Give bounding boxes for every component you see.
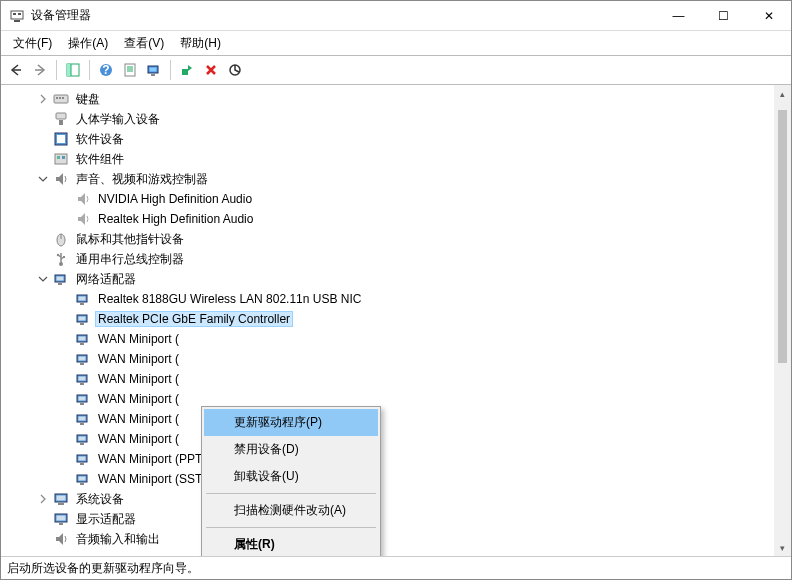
svg-rect-16 [182, 69, 188, 75]
tree-row[interactable]: NVIDIA High Definition Audio [1, 189, 791, 209]
exp-spacer [57, 471, 73, 487]
svg-rect-34 [63, 256, 65, 258]
context-menu-item[interactable]: 更新驱动程序(P) [204, 409, 378, 436]
tree-row[interactable]: 声音、视频和游戏控制器 [1, 169, 791, 189]
maximize-button[interactable]: ☐ [701, 1, 746, 30]
tree-row[interactable]: 键盘 [1, 89, 791, 109]
tree-row[interactable]: 网络适配器 [1, 269, 791, 289]
expand-icon[interactable] [35, 491, 51, 507]
forward-button[interactable] [29, 59, 51, 81]
scroll-thumb[interactable] [778, 110, 787, 363]
tree-row[interactable]: Realtek High Definition Audio [1, 209, 791, 229]
device-tree: 键盘人体学输入设备软件设备软件组件声音、视频和游戏控制器NVIDIA High … [1, 85, 791, 553]
tree-row[interactable]: Realtek PCIe GbE Family Controller [1, 309, 791, 329]
speaker-icon [75, 191, 91, 207]
svg-rect-49 [80, 363, 84, 365]
tree-row[interactable]: 显示适配器 [1, 509, 791, 529]
tree-item-label: WAN Miniport (SSTP) [95, 471, 217, 487]
nic-icon [75, 451, 91, 467]
tree-row[interactable]: 鼠标和其他指针设备 [1, 229, 791, 249]
tree-row[interactable]: WAN Miniport ( [1, 329, 791, 349]
svg-rect-21 [62, 97, 64, 99]
mouse-icon [53, 231, 69, 247]
expand-icon[interactable] [35, 91, 51, 107]
tree-row[interactable]: WAN Miniport ( [1, 369, 791, 389]
tree-row[interactable]: 人体学输入设备 [1, 109, 791, 129]
context-menu-item[interactable]: 禁用设备(D) [204, 436, 378, 463]
exp-spacer [35, 531, 51, 547]
nic-icon [75, 431, 91, 447]
show-hide-tree-button[interactable] [62, 59, 84, 81]
keyboard-icon [53, 91, 69, 107]
svg-rect-19 [56, 97, 58, 99]
collapse-icon[interactable] [35, 271, 51, 287]
svg-rect-64 [80, 463, 84, 465]
tree-row[interactable]: WAN Miniport ( [1, 409, 791, 429]
svg-rect-66 [79, 477, 86, 481]
disable-button[interactable] [224, 59, 246, 81]
svg-rect-0 [11, 11, 23, 19]
svg-rect-37 [58, 283, 62, 285]
close-button[interactable]: ✕ [746, 1, 791, 30]
vertical-scrollbar[interactable]: ▴ ▾ [774, 85, 791, 556]
scroll-up-button[interactable]: ▴ [774, 85, 791, 102]
tree-item-label: Realtek PCIe GbE Family Controller [95, 311, 293, 327]
context-menu-item[interactable]: 扫描检测硬件改动(A) [204, 497, 378, 524]
device-manager-window: 设备管理器 — ☐ ✕ 文件(F) 操作(A) 查看(V) 帮助(H) ? 键盘… [0, 0, 792, 580]
exp-spacer [35, 251, 51, 267]
tree-item-label: 鼠标和其他指针设备 [73, 230, 187, 249]
help-button[interactable]: ? [95, 59, 117, 81]
properties-button[interactable] [119, 59, 141, 81]
tree-item-label: 音频输入和输出 [73, 530, 163, 549]
svg-rect-58 [80, 423, 84, 425]
tree-row[interactable]: WAN Miniport ( [1, 429, 791, 449]
tree-row[interactable]: WAN Miniport ( [1, 389, 791, 409]
svg-rect-51 [79, 377, 86, 381]
svg-rect-26 [55, 154, 67, 164]
menu-help[interactable]: 帮助(H) [172, 33, 229, 54]
software-icon [53, 131, 69, 147]
tree-row[interactable]: WAN Miniport (PPTP) [1, 449, 791, 469]
context-menu: 更新驱动程序(P)禁用设备(D)卸载设备(U)扫描检测硬件改动(A)属性(R) [201, 406, 381, 557]
scroll-track[interactable] [774, 102, 791, 539]
uninstall-button[interactable] [200, 59, 222, 81]
tree-row[interactable]: 音频输入和输出 [1, 529, 791, 549]
svg-rect-70 [58, 503, 64, 505]
tree-row[interactable]: WAN Miniport (SSTP) [1, 469, 791, 489]
speaker-icon [75, 211, 91, 227]
menu-action[interactable]: 操作(A) [60, 33, 116, 54]
tree-row[interactable]: 系统设备 [1, 489, 791, 509]
exp-spacer [35, 151, 51, 167]
minimize-button[interactable]: — [656, 1, 701, 30]
menu-file[interactable]: 文件(F) [5, 33, 60, 54]
context-menu-item[interactable]: 属性(R) [204, 531, 378, 557]
tree-item-label: 显示适配器 [73, 510, 139, 529]
back-button[interactable] [5, 59, 27, 81]
nic-icon [75, 311, 91, 327]
titlebar[interactable]: 设备管理器 — ☐ ✕ [1, 1, 791, 31]
update-driver-button[interactable] [176, 59, 198, 81]
tree-row[interactable]: 软件组件 [1, 149, 791, 169]
exp-spacer [57, 211, 73, 227]
svg-rect-42 [79, 317, 86, 321]
tree-row[interactable]: 通用串行总线控制器 [1, 249, 791, 269]
tree-item-label: Realtek High Definition Audio [95, 211, 256, 227]
tree-row[interactable]: Realtek 8188GU Wireless LAN 802.11n USB … [1, 289, 791, 309]
scroll-down-button[interactable]: ▾ [774, 539, 791, 556]
menu-view[interactable]: 查看(V) [116, 33, 172, 54]
svg-rect-43 [80, 323, 84, 325]
exp-spacer [57, 351, 73, 367]
nic-icon [75, 391, 91, 407]
collapse-icon[interactable] [35, 171, 51, 187]
tree-content[interactable]: 键盘人体学输入设备软件设备软件组件声音、视频和游戏控制器NVIDIA High … [1, 85, 791, 557]
nic-icon [75, 331, 91, 347]
toolbar: ? [1, 55, 791, 85]
svg-rect-57 [79, 417, 86, 421]
tree-row[interactable]: WAN Miniport ( [1, 349, 791, 369]
scan-hardware-button[interactable] [143, 59, 165, 81]
tree-row[interactable]: 软件设备 [1, 129, 791, 149]
context-menu-item[interactable]: 卸载设备(U) [204, 463, 378, 490]
app-icon [9, 8, 25, 24]
nic-icon [75, 411, 91, 427]
exp-spacer [57, 371, 73, 387]
